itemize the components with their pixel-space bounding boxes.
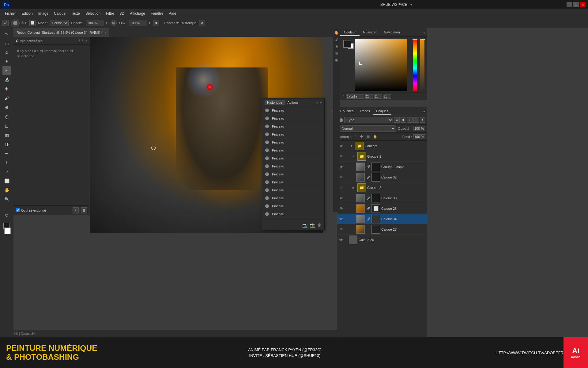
menu-filtre[interactable]: Filtre — [104, 11, 117, 16]
crop-tool[interactable]: ✂ — [2, 66, 11, 75]
menu-fenetre[interactable]: Fenêtre — [148, 11, 166, 16]
history-item-11[interactable]: Pinceau — [262, 194, 324, 202]
menu-edition[interactable]: Edition — [19, 11, 35, 16]
pen-tool[interactable]: ✒ — [2, 149, 11, 158]
lock-artboard-icon[interactable]: ⊞ — [366, 134, 371, 140]
b-input[interactable] — [383, 94, 391, 99]
history-item-13[interactable]: Pinceau — [262, 210, 324, 218]
filter-text-icon[interactable]: T — [407, 117, 413, 123]
background-color[interactable] — [4, 228, 11, 234]
workspace-dropdown-icon[interactable]: ▼ — [410, 3, 413, 6]
filter-smart-icon[interactable]: ✦ — [420, 117, 425, 123]
menu-aide[interactable]: Aide — [166, 11, 179, 16]
layer-groupe1[interactable]: 👁 ▼ 📁 Groupe 1 — [337, 151, 427, 162]
tab-historique[interactable]: Historique — [265, 100, 285, 105]
filter-shape-icon[interactable]: ⬛ — [413, 117, 419, 123]
layer-calque26[interactable]: 👁 Calque 26 — [337, 235, 427, 245]
text-tool[interactable]: T — [2, 158, 11, 167]
tab-close-button[interactable]: × — [104, 31, 106, 34]
history-item-3[interactable]: Pinceau — [262, 130, 324, 138]
panel-icon-adjustment[interactable]: ◑ — [334, 50, 339, 56]
rotate-view-tool[interactable]: ↻ — [2, 211, 11, 220]
brush-options-icon[interactable]: 🖌 — [2, 20, 9, 26]
lock-pixels-icon[interactable]: ⬚ — [352, 134, 358, 140]
tab-couleur[interactable]: Couleur — [340, 29, 360, 36]
history-item-4[interactable]: Pinceau — [262, 138, 324, 146]
history-delete-icon[interactable]: 🗑 — [318, 223, 322, 228]
chain-calque32[interactable]: 🔗 — [366, 175, 370, 179]
history-item-0[interactable]: Pinceau — [262, 106, 324, 114]
panel-icon-3d[interactable]: ▣ — [334, 57, 339, 63]
tab-traces[interactable]: Tracés — [356, 107, 373, 115]
menu-3d[interactable]: 3D — [117, 11, 127, 16]
lasso-tool[interactable]: ⌀ — [2, 48, 11, 56]
menu-icon[interactable]: ≡ — [85, 39, 87, 42]
panel-icon-brush[interactable]: 🖌 — [334, 37, 339, 42]
tool-selected-checkbox-label[interactable]: Outil sélectionné — [16, 208, 46, 212]
menu-affichage[interactable]: Affichage — [127, 11, 148, 16]
expand-concept[interactable]: ▼ — [350, 144, 354, 148]
opacity-blend-input[interactable] — [413, 126, 425, 131]
eraser-tool[interactable]: ◻ — [2, 121, 11, 130]
move-tool[interactable]: ↖ — [2, 29, 11, 38]
history-item-9[interactable]: Pinceau — [262, 178, 324, 186]
history-item-2[interactable]: Pinceau — [262, 122, 324, 130]
history-expand-icon[interactable]: » — [316, 101, 318, 104]
visibility-calque34[interactable]: 👁 — [338, 216, 344, 222]
brush-tool[interactable]: 🖌 — [2, 94, 11, 102]
selection-tool[interactable]: ⬚ — [2, 39, 11, 47]
expand-groupe2[interactable]: ▶ — [352, 186, 356, 189]
maximize-button[interactable]: □ — [573, 2, 579, 7]
alpha-slider[interactable] — [420, 39, 424, 91]
path-select-tool[interactable]: ↗ — [2, 167, 11, 176]
mode-select[interactable]: Forme — [50, 20, 69, 26]
panel-icon-clone[interactable]: ⊕ — [334, 44, 339, 49]
chain-calque34[interactable]: 🔗 — [366, 217, 370, 221]
spray-icon[interactable]: ◉ — [153, 20, 159, 26]
airbrush-icon[interactable]: ◎ — [111, 20, 117, 26]
blend-mode-select[interactable]: Normal — [339, 125, 396, 132]
layer-groupe2[interactable]: 👁 ▶ 📁 Groupe 2 — [337, 182, 427, 193]
history-camera-icon[interactable]: 📸 — [310, 223, 315, 228]
filter-pixel-icon[interactable]: 🖼 — [394, 117, 400, 123]
shape-tool[interactable]: ⬜ — [2, 177, 11, 185]
g-input[interactable] — [374, 94, 382, 99]
history-item-7[interactable]: Pinceau — [262, 162, 324, 170]
hex-input[interactable] — [346, 94, 364, 99]
opacity-input[interactable] — [86, 20, 104, 26]
healing-tool[interactable]: ✚ — [2, 85, 11, 93]
expand-groupe1[interactable]: ▼ — [352, 155, 356, 158]
layer-calque33[interactable]: 👁 🔗 Calque 33 — [337, 193, 427, 203]
history-snapshot-icon[interactable]: 📷 — [302, 223, 307, 228]
color-picker-knob[interactable] — [359, 62, 362, 65]
eyedropper-tool[interactable]: 🔬 — [2, 75, 11, 84]
effacer-icon[interactable]: ⟳ — [199, 20, 205, 26]
layer-calque27[interactable]: 👁 Calque 27 — [337, 224, 427, 235]
new-preset-button[interactable]: + — [73, 207, 79, 213]
foreground-swatch[interactable] — [343, 40, 351, 48]
history-item-12[interactable]: Pinceau — [262, 202, 324, 210]
list-view-icon[interactable]: ⋮⋮ — [78, 39, 84, 42]
chain-calque28[interactable]: 🔗 — [366, 206, 370, 211]
close-button[interactable]: ✕ — [580, 2, 586, 7]
dodge-tool[interactable]: ◑ — [2, 140, 11, 148]
chain-groupe2copie[interactable]: 🔗 — [366, 165, 370, 169]
menu-fichier[interactable]: Fichier — [2, 11, 18, 16]
tab-actions[interactable]: Actions — [285, 100, 301, 105]
history-item-1[interactable]: Pinceau — [262, 114, 324, 122]
layer-calque32[interactable]: 👁 🔗 Calque 32 — [337, 172, 427, 182]
r-input[interactable] — [365, 94, 373, 99]
visibility-calque26[interactable]: 👁 — [338, 237, 344, 243]
history-item-5[interactable]: Pinceau — [262, 146, 324, 154]
menu-calque[interactable]: Calque — [51, 11, 68, 16]
tab-navigation[interactable]: Navigation — [380, 29, 404, 36]
lock-move-icon[interactable]: ✚ — [359, 134, 364, 140]
color-panel-menu-icon[interactable]: ≡ — [422, 31, 427, 34]
menu-image[interactable]: Image — [36, 11, 51, 16]
filter-adjust-icon[interactable]: ◑ — [401, 117, 406, 123]
clone-tool[interactable]: ⊕ — [2, 103, 11, 112]
tab-couches[interactable]: Couches — [337, 107, 356, 115]
history-menu-icon[interactable]: ≡ — [320, 101, 322, 104]
visibility-calque27[interactable]: 👁 — [338, 227, 344, 232]
zoom-tool[interactable]: 🔍 — [2, 195, 11, 204]
